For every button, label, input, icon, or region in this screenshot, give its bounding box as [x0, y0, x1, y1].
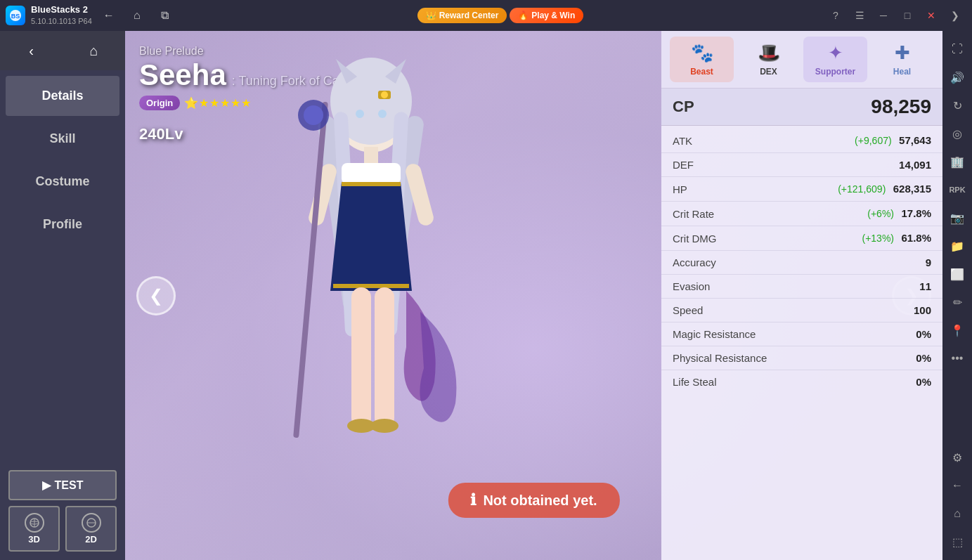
pin-button[interactable]: 📍 [945, 318, 970, 343]
game-area: Blue Prelude Seeha : Tuning Fork of Call… [125, 31, 942, 560]
stat-name-crit-dmg: Crit DMG [673, 233, 717, 245]
home2-button[interactable]: ⌂ [945, 501, 970, 526]
arrow-button[interactable]: ❯ [944, 4, 966, 27]
stat-name-atk: ATK [673, 135, 692, 147]
settings-button[interactable]: ⚙ [945, 445, 970, 470]
nav-back-button[interactable]: ← [98, 4, 120, 27]
stat-name-def: DEF [673, 159, 694, 171]
building-button[interactable]: 🏢 [945, 149, 970, 174]
stat-value-crit-dmg: (+13%) 61.8% [862, 232, 931, 245]
stat-name-magic-res: Magic Resistance [673, 328, 756, 340]
app-title: BlueStacks 2 5.10.10.1013 P64 [31, 4, 92, 26]
eraser-button[interactable]: ✏ [945, 289, 970, 315]
stat-row-hp: HP (+121,609) 628,315 [661, 177, 942, 202]
switch-button[interactable]: ⬚ [945, 529, 970, 554]
bluestacks-logo: BS [6, 6, 25, 25]
camera-button[interactable]: 📷 [945, 205, 970, 230]
stat-bonus-atk: (+9,607) [855, 135, 892, 146]
stat-name-crit-rate: Crit Rate [673, 208, 714, 220]
rotate-button[interactable]: ↻ [945, 93, 970, 118]
main-content: ‹ ⌂ Details Skill Costume Profile ▶ TEST… [0, 31, 972, 560]
stat-value-speed: 100 [914, 304, 931, 316]
rpk-button[interactable]: RPK [945, 177, 970, 202]
char-origin: Origin ⭐★★★★★ [139, 96, 369, 110]
view-2d-button[interactable]: 2D [65, 506, 117, 552]
stat-bonus-hp: (+121,609) [838, 183, 886, 195]
stat-value-crit-rate: (+6%) 17.8% [867, 207, 931, 220]
beast-label: Beast [690, 67, 713, 77]
stat-name-speed: Speed [673, 304, 703, 316]
char-name-suffix: : Tuning Fork of Calliope [232, 74, 369, 89]
fire-icon: 🔥 [518, 11, 529, 20]
cp-label: CP [673, 98, 694, 116]
stat-name-life-steal: Life Steal [673, 376, 717, 388]
help-button[interactable]: ? [824, 4, 847, 27]
minimize-button[interactable]: ─ [872, 4, 895, 27]
back2-button[interactable]: ← [945, 473, 970, 498]
tab-costume[interactable]: Costume [6, 162, 119, 202]
dex-label: DEX [760, 67, 777, 77]
cp-value: 98,259 [871, 96, 931, 118]
stat-row-crit-dmg: Crit DMG (+13%) 61.8% [661, 226, 942, 251]
stat-value-evasion: 11 [919, 280, 931, 292]
reward-center-button[interactable]: 👑 Reward Center [417, 8, 507, 23]
back-button[interactable]: ‹ [0, 31, 63, 70]
supporter-symbol: ✦ [828, 42, 843, 64]
nav-tabs: Details Skill Costume Profile [0, 70, 125, 462]
stat-value-hp: (+121,609) 628,315 [838, 183, 931, 195]
stat-row-magic-res: Magic Resistance 0% [661, 323, 942, 346]
folder-button[interactable]: 📁 [945, 233, 970, 259]
top-bar-center: 👑 Reward Center 🔥 Play & Win [417, 8, 584, 23]
back-home-bar: ‹ ⌂ [0, 31, 125, 70]
play-icon: ▶ [42, 478, 51, 492]
sidebar: ‹ ⌂ Details Skill Costume Profile ▶ TEST… [0, 31, 125, 560]
nav-tabs-button[interactable]: ⧉ [154, 4, 176, 27]
location-button[interactable]: ◎ [945, 121, 970, 146]
stat-row-atk: ATK (+9,607) 57,643 [661, 129, 942, 153]
fullscreen-button[interactable]: ⛶ [945, 37, 970, 62]
home-button[interactable]: ⌂ [63, 31, 125, 70]
heal-symbol: ✚ [895, 42, 910, 64]
heal-label: Heal [893, 67, 911, 77]
stat-value-atk: (+9,607) 57,643 [855, 134, 931, 147]
stats-table: ATK (+9,607) 57,643 DEF 14,091 HP (+121,… [661, 126, 942, 560]
stat-value-accuracy: 9 [926, 256, 931, 268]
play-win-button[interactable]: 🔥 Play & Win [510, 8, 583, 23]
type-icons-row: 🐾 Beast 🎩 DEX ✦ Supporter ✚ Heal [661, 31, 942, 89]
char-subtitle: Blue Prelude [139, 45, 369, 58]
restore-button[interactable]: □ [896, 4, 919, 27]
stat-row-evasion: Evasion 11 [661, 275, 942, 299]
crown-icon: 👑 [426, 11, 436, 20]
type-heal-icon[interactable]: ✚ Heal [870, 37, 934, 82]
close-button[interactable]: ✕ [920, 4, 942, 27]
dex-symbol: 🎩 [758, 42, 780, 64]
sidebar-bottom: ▶ TEST 3D 2D [0, 462, 125, 560]
stat-name-phys-res: Physical Resistance [673, 352, 767, 364]
3d-icon [25, 513, 44, 533]
type-beast-icon[interactable]: 🐾 Beast [670, 37, 734, 82]
tab-skill[interactable]: Skill [6, 119, 119, 159]
sound-button[interactable]: 🔊 [945, 65, 970, 90]
nav-home-button[interactable]: ⌂ [126, 4, 148, 27]
char-name: Seeha [139, 60, 226, 90]
share-button[interactable]: ⬜ [945, 261, 970, 287]
tab-profile[interactable]: Profile [6, 204, 119, 245]
type-dex-icon[interactable]: 🎩 DEX [737, 37, 801, 82]
type-supporter-icon[interactable]: ✦ Supporter [803, 37, 867, 82]
nav-prev-arrow[interactable]: ❮ [136, 276, 176, 315]
top-bar: BS BlueStacks 2 5.10.10.1013 P64 ← ⌂ ⧉ 👑… [0, 0, 972, 31]
info-icon: ℹ [470, 491, 476, 509]
menu-button[interactable]: ☰ [848, 4, 871, 27]
test-button[interactable]: ▶ TEST [8, 470, 117, 500]
stat-bonus-crit-dmg: (+13%) [862, 233, 894, 244]
more-button[interactable]: ••• [945, 346, 970, 371]
char-info: Blue Prelude Seeha : Tuning Fork of Call… [139, 45, 369, 145]
beast-symbol: 🐾 [691, 42, 713, 64]
stat-row-speed: Speed 100 [661, 299, 942, 323]
not-obtained-banner: ℹ Not obtained yet. [448, 483, 619, 518]
stats-panel: 🐾 Beast 🎩 DEX ✦ Supporter ✚ Heal CP [661, 31, 942, 560]
tab-details[interactable]: Details [6, 76, 119, 116]
top-bar-right: ? ☰ ─ □ ✕ ❯ [824, 4, 966, 27]
2d-icon [82, 513, 101, 533]
view-3d-button[interactable]: 3D [8, 506, 60, 552]
